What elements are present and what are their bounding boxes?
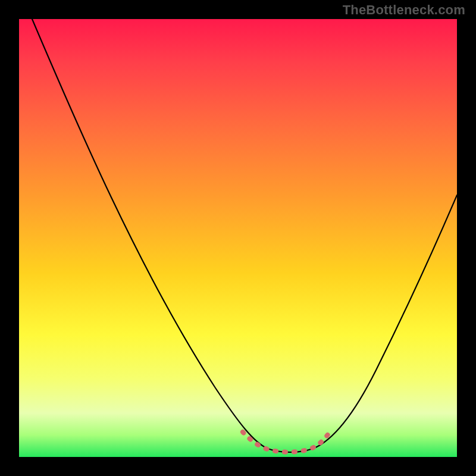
bottleneck-curve xyxy=(32,19,457,452)
zero-crossing-highlight xyxy=(243,432,328,452)
plot-area xyxy=(19,19,457,457)
chart-svg xyxy=(19,19,457,457)
chart-frame: TheBottleneck.com xyxy=(0,0,476,476)
attribution-text: TheBottleneck.com xyxy=(343,2,465,18)
